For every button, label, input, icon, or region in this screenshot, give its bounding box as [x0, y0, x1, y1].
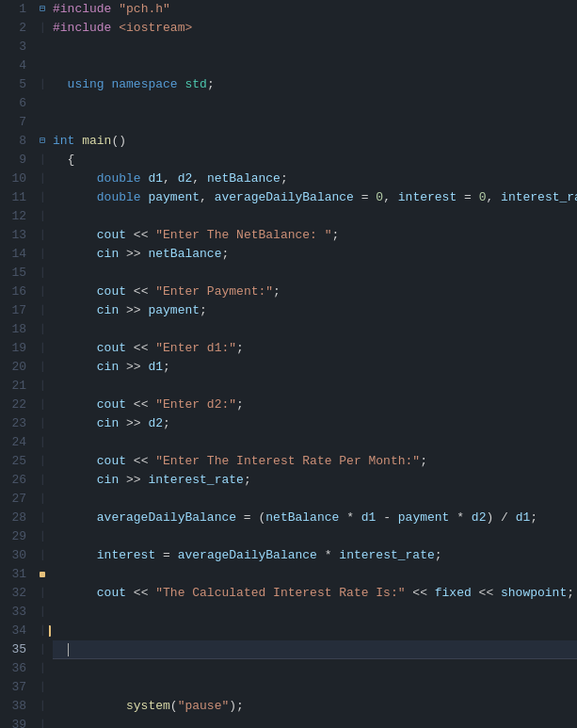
code-editor[interactable]: 1 2 3 4 5 6 7 8 9 10 11 12 13 14 15 16 1… — [0, 0, 577, 728]
code-content[interactable]: #include "pch.h" #include <iostream> usi… — [49, 0, 577, 728]
code-line-12 — [53, 207, 577, 226]
code-line-17: cin >> payment; — [53, 301, 577, 320]
code-line-11: double payment, averageDailyBalance = 0,… — [53, 188, 577, 207]
code-line-28: averageDailyBalance = (netBalance * d1 -… — [53, 509, 577, 527]
code-line-36 — [53, 659, 577, 678]
code-line-3 — [53, 38, 577, 57]
fold-icon-1[interactable]: ⊟ — [36, 0, 49, 19]
code-line-33 — [53, 603, 577, 622]
code-line-23: cin >> d2; — [53, 414, 577, 433]
code-line-39 — [53, 716, 577, 728]
code-line-26: cin >> interest_rate; — [53, 471, 577, 490]
code-line-21 — [53, 377, 577, 396]
code-line-37 — [53, 678, 577, 697]
code-line-13: cout << "Enter The NetBalance: "; — [53, 226, 577, 245]
code-line-9: { — [53, 151, 577, 170]
code-line-31 — [53, 565, 577, 584]
code-line-20: cin >> d1; — [53, 358, 577, 377]
code-line-29 — [53, 527, 577, 546]
code-line-32: cout << "The Calculated Interest Rate Is… — [53, 584, 577, 603]
code-line-16: cout << "Enter Payment:"; — [53, 283, 577, 301]
gutter: ⊟ │ │ ⊟ │ │ │ │ │ │ │ │ │ │ │ │ │ │ │ — [36, 0, 49, 728]
code-line-5: using namespace std; — [53, 75, 577, 94]
line-numbers: 1 2 3 4 5 6 7 8 9 10 11 12 13 14 15 16 1… — [0, 0, 36, 728]
fold-icon-8[interactable]: ⊟ — [36, 132, 49, 151]
code-line-25: cout << "Enter The Interest Rate Per Mon… — [53, 452, 577, 471]
code-line-24 — [53, 433, 577, 452]
code-line-15 — [53, 264, 577, 283]
code-line-8: int main() — [53, 132, 577, 151]
code-line-19: cout << "Enter d1:"; — [53, 339, 577, 358]
gutter-line-2: │ — [36, 19, 49, 38]
code-line-35[interactable] — [53, 640, 577, 659]
code-line-34 — [53, 622, 577, 640]
code-line-1: #include "pch.h" — [53, 0, 577, 19]
code-line-10: double d1, d2, netBalance; — [53, 170, 577, 188]
code-line-14: cin >> netBalance; — [53, 245, 577, 264]
code-line-27 — [53, 490, 577, 509]
code-line-30: interest = averageDailyBalance * interes… — [53, 546, 577, 565]
code-line-2: #include <iostream> — [53, 19, 577, 38]
code-line-6 — [53, 94, 577, 113]
code-line-22: cout << "Enter d2:"; — [53, 396, 577, 414]
code-area: 1 2 3 4 5 6 7 8 9 10 11 12 13 14 15 16 1… — [0, 0, 577, 728]
code-line-4 — [53, 57, 577, 75]
code-line-18 — [53, 320, 577, 339]
code-line-7 — [53, 113, 577, 132]
code-line-38: system("pause"); — [53, 697, 577, 716]
